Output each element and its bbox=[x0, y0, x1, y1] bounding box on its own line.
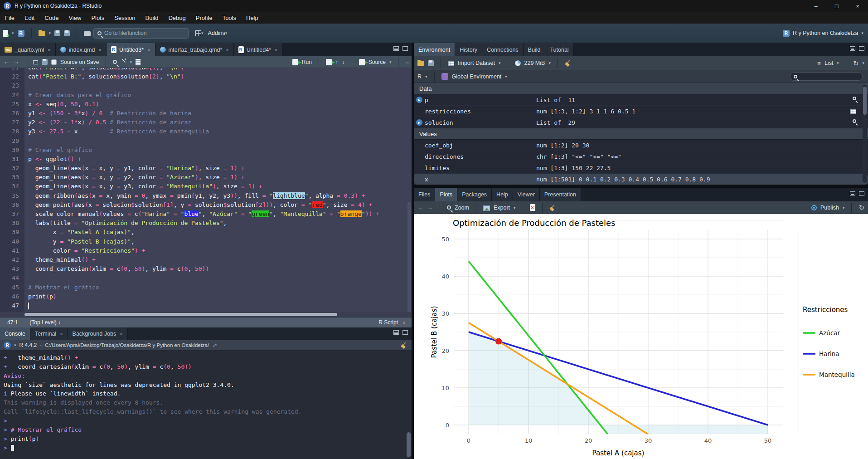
menu-item-help[interactable]: Help bbox=[241, 12, 263, 24]
maximize-button[interactable]: □ bbox=[826, 0, 847, 12]
maximize-pane-icon[interactable] bbox=[402, 330, 408, 335]
import-dataset-icon[interactable] bbox=[448, 61, 454, 66]
import-dataset-button[interactable]: Import Dataset bbox=[458, 60, 495, 66]
environment-object-row[interactable]: xnum [1:501] 0 0.1 0.2 0.3 0.4 0.5 0.6 0… bbox=[414, 174, 868, 185]
save-workspace-icon[interactable] bbox=[428, 60, 434, 66]
minimize-button[interactable]: – bbox=[805, 0, 826, 12]
tab-interfaz-trabajo-qmd-[interactable]: interfaz_trabajo.qmd*× bbox=[155, 43, 234, 56]
addins-button[interactable]: Addins bbox=[208, 30, 225, 36]
env-tab-history[interactable]: History bbox=[455, 43, 482, 56]
menu-item-profile[interactable]: Profile bbox=[191, 12, 218, 24]
next-plot-icon[interactable]: → bbox=[427, 204, 433, 211]
tab-close-icon[interactable]: × bbox=[48, 47, 50, 53]
clear-environment-icon[interactable] bbox=[565, 60, 571, 66]
environment-object-row[interactable]: limitesnum [1:3] 150 22 27.5 bbox=[414, 162, 868, 174]
environment-object-row[interactable]: direccioneschr [1:3] "<=" "<=" "<=" bbox=[414, 151, 868, 162]
pane-layout-icon[interactable] bbox=[195, 30, 201, 36]
tab-close-icon[interactable]: × bbox=[98, 47, 101, 53]
code-tools-icon[interactable] bbox=[121, 59, 126, 65]
refresh-icon[interactable]: ↻ bbox=[853, 60, 859, 67]
plots-tab-presentation[interactable]: Presentation bbox=[540, 188, 581, 201]
zoom-plot-icon[interactable] bbox=[447, 205, 451, 210]
refresh-caret-icon[interactable]: ▾ bbox=[862, 61, 864, 65]
maximize-pane-icon[interactable] bbox=[859, 191, 864, 196]
menu-item-plots[interactable]: Plots bbox=[86, 12, 109, 24]
file-type-indicator[interactable]: R Script bbox=[378, 319, 398, 326]
scope-indicator[interactable]: (Top Level) bbox=[29, 319, 56, 326]
language-caret-icon[interactable]: ▾ bbox=[425, 74, 427, 79]
env-tab-environment[interactable]: Environment bbox=[414, 43, 455, 56]
new-project-icon[interactable]: R bbox=[18, 30, 24, 37]
menu-item-view[interactable]: View bbox=[63, 12, 86, 24]
source-on-save-checkbox[interactable] bbox=[51, 59, 57, 65]
minimize-pane-icon[interactable] bbox=[393, 46, 399, 51]
tab-untitled3-[interactable]: Untitled3*× bbox=[107, 43, 155, 56]
previous-plot-icon[interactable]: ← bbox=[417, 204, 423, 211]
environment-object-row[interactable]: coef_objnum [1:2] 20 30 bbox=[414, 140, 868, 151]
menu-item-code[interactable]: Code bbox=[39, 12, 63, 24]
view-table-icon[interactable] bbox=[850, 109, 856, 114]
run-icon[interactable] bbox=[292, 59, 298, 65]
code-tools-caret-icon[interactable]: ▾ bbox=[130, 60, 132, 64]
close-button[interactable]: × bbox=[847, 0, 868, 12]
tab-untitled4-[interactable]: Untitled4*× bbox=[234, 43, 283, 56]
load-workspace-icon[interactable] bbox=[417, 61, 424, 66]
environment-caret-icon[interactable]: ▾ bbox=[505, 74, 507, 79]
export-caret-icon[interactable]: ▾ bbox=[514, 205, 516, 210]
tab-terminal[interactable]: Terminal× bbox=[30, 327, 68, 340]
env-tab-connections[interactable]: Connections bbox=[482, 43, 524, 56]
new-file-caret-icon[interactable]: ▾ bbox=[12, 31, 14, 35]
plots-tab-files[interactable]: Files bbox=[414, 188, 435, 201]
memory-usage-icon[interactable] bbox=[515, 60, 521, 66]
environment-search[interactable] bbox=[790, 72, 863, 81]
clear-console-icon[interactable] bbox=[401, 342, 407, 348]
open-directory-icon[interactable]: ↗ bbox=[212, 342, 217, 348]
tab--quarto-yml[interactable]: YML_quarto.yml× bbox=[0, 43, 56, 56]
code-editor[interactable]: 2122232425262728293031323334353637383940… bbox=[0, 68, 412, 312]
export-button[interactable]: Export bbox=[494, 205, 510, 211]
r-session-caret-icon[interactable]: ▾ bbox=[14, 343, 16, 347]
menu-item-edit[interactable]: Edit bbox=[19, 12, 39, 24]
menu-item-build[interactable]: Build bbox=[141, 12, 164, 24]
compile-report-icon[interactable] bbox=[136, 59, 141, 65]
tab-close-icon[interactable]: × bbox=[226, 47, 228, 53]
run-button[interactable]: Run bbox=[302, 59, 312, 65]
new-file-icon[interactable] bbox=[3, 30, 8, 37]
env-tab-build[interactable]: Build bbox=[524, 43, 546, 56]
import-caret-icon[interactable]: ▾ bbox=[499, 61, 501, 65]
environment-selector[interactable]: Global Environment bbox=[452, 73, 502, 80]
menu-item-debug[interactable]: Debug bbox=[163, 12, 190, 24]
refresh-plot-icon[interactable]: ↻ bbox=[858, 204, 864, 211]
tab-close-icon[interactable]: × bbox=[275, 47, 277, 53]
export-plot-icon[interactable] bbox=[483, 205, 490, 211]
up-arrow-icon[interactable]: ↑ bbox=[335, 59, 339, 65]
goto-file-input[interactable] bbox=[104, 30, 177, 36]
save-all-icon[interactable] bbox=[64, 30, 70, 36]
rerun-icon[interactable] bbox=[326, 59, 332, 65]
back-icon[interactable]: ← bbox=[4, 59, 10, 65]
list-view-caret-icon[interactable]: ▾ bbox=[837, 61, 839, 65]
memory-usage[interactable]: 229 MiB bbox=[524, 60, 545, 66]
project-selector[interactable]: R R y Python en Osakidetza ▾ bbox=[783, 30, 863, 37]
plots-tab-packages[interactable]: Packages bbox=[457, 188, 492, 201]
environment-object-row[interactable]: ▶solucionList of 29 bbox=[414, 117, 868, 128]
open-file-caret-icon[interactable]: ▾ bbox=[49, 31, 51, 35]
print-icon[interactable] bbox=[84, 31, 91, 36]
goto-file-search[interactable] bbox=[93, 28, 189, 39]
environment-object-row[interactable]: ▶pList of 11 bbox=[414, 94, 868, 106]
down-arrow-icon[interactable]: ↓ bbox=[342, 59, 345, 65]
publish-icon[interactable] bbox=[811, 205, 817, 210]
inspect-object-icon[interactable] bbox=[853, 119, 856, 123]
inspect-object-icon[interactable] bbox=[853, 97, 856, 100]
tab-index-qmd[interactable]: index.qmd× bbox=[56, 43, 107, 56]
env-tab-tutorial[interactable]: Tutorial bbox=[545, 43, 573, 56]
editor-hscrollbar[interactable] bbox=[0, 312, 412, 317]
publish-caret-icon[interactable]: ▾ bbox=[843, 205, 845, 210]
minimize-pane-icon[interactable] bbox=[393, 330, 399, 335]
source-button[interactable]: Source bbox=[369, 59, 386, 65]
plots-tab-help[interactable]: Help bbox=[492, 188, 513, 201]
environment-scrollbar[interactable] bbox=[863, 85, 867, 183]
expand-object-icon[interactable]: ▶ bbox=[416, 119, 422, 126]
menu-item-session[interactable]: Session bbox=[109, 12, 140, 24]
environment-object-row[interactable]: restriccionesnum [1:3, 1:2] 3 1 1 6 0.5 … bbox=[414, 106, 868, 117]
